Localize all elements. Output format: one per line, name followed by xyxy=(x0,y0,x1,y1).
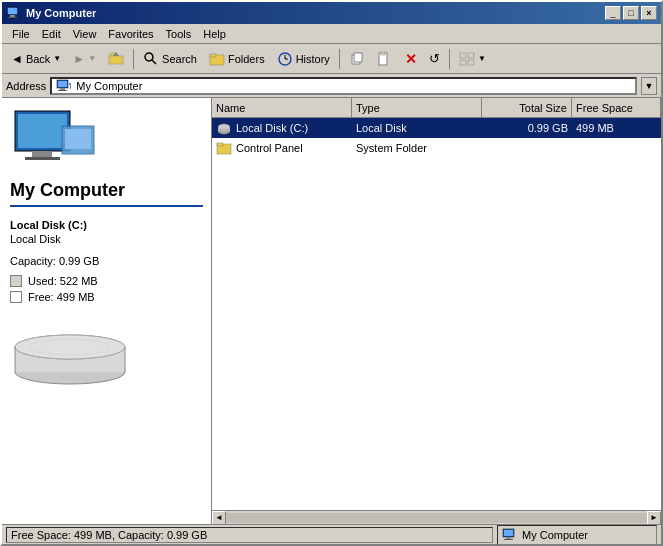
svg-rect-25 xyxy=(58,90,67,91)
undo-button[interactable]: ↺ xyxy=(424,47,445,71)
used-legend-box xyxy=(10,275,22,287)
search-icon xyxy=(143,51,159,67)
svg-rect-15 xyxy=(354,53,362,62)
file-list: Local Disk (C:) Local Disk 0.99 GB 499 M… xyxy=(212,118,661,510)
file-name-cell: Control Panel xyxy=(212,140,352,156)
menu-tools[interactable]: Tools xyxy=(160,26,198,42)
computer-large-icon xyxy=(10,106,100,176)
status-right: My Computer xyxy=(497,525,657,545)
left-panel: My Computer Local Disk (C:) Local Disk C… xyxy=(2,98,212,524)
free-legend-box xyxy=(10,291,22,303)
folders-icon xyxy=(209,51,225,67)
file-type: Local Disk xyxy=(356,122,407,134)
address-value: My Computer xyxy=(76,80,142,92)
delete-button[interactable]: ✕ xyxy=(400,47,422,71)
free-legend: Free: 499 MB xyxy=(10,291,203,303)
toolbar-sep-1 xyxy=(133,49,134,69)
disk-ellipse-icon xyxy=(10,327,130,387)
view-button[interactable]: ▼ xyxy=(454,47,491,71)
address-input-container: My Computer xyxy=(50,77,637,95)
file-free-cell: 499 MB xyxy=(572,122,661,134)
computer-icon-area xyxy=(10,106,203,176)
paste-icon xyxy=(377,51,393,67)
svg-rect-29 xyxy=(18,114,67,148)
control-panel-icon xyxy=(216,140,232,156)
maximize-button[interactable]: □ xyxy=(623,6,639,20)
file-name-cell: Local Disk (C:) xyxy=(212,120,352,136)
history-button[interactable]: History xyxy=(272,47,335,71)
svg-rect-17 xyxy=(381,52,385,55)
titlebar: My Computer _ □ × xyxy=(2,2,661,24)
table-row[interactable]: Local Disk (C:) Local Disk 0.99 GB 499 M… xyxy=(212,118,661,138)
statusbar: Free Space: 499 MB, Capacity: 0.99 GB My… xyxy=(2,524,661,544)
svg-rect-23 xyxy=(58,81,67,87)
titlebar-icon xyxy=(6,5,22,21)
status-right-text: My Computer xyxy=(522,529,588,541)
status-left: Free Space: 499 MB, Capacity: 0.99 GB xyxy=(6,527,493,543)
svg-rect-33 xyxy=(65,129,91,149)
col-header-name[interactable]: Name xyxy=(212,98,352,118)
back-label: Back xyxy=(26,53,50,65)
up-button[interactable] xyxy=(103,47,129,71)
horizontal-scrollbar[interactable]: ◄ ► xyxy=(212,510,661,524)
titlebar-left: My Computer xyxy=(6,5,96,21)
back-button[interactable]: ◄ Back ▼ xyxy=(6,47,66,71)
svg-rect-2 xyxy=(10,15,15,17)
col-header-free[interactable]: Free Space xyxy=(572,98,661,118)
view-icon xyxy=(459,51,475,67)
file-name: Local Disk (C:) xyxy=(236,122,308,134)
table-row[interactable]: Control Panel System Folder xyxy=(212,138,661,158)
menu-file[interactable]: File xyxy=(6,26,36,42)
svg-point-37 xyxy=(15,335,125,359)
svg-rect-47 xyxy=(504,530,513,536)
search-label: Search xyxy=(162,53,197,65)
svg-line-8 xyxy=(152,60,156,64)
right-panel: Name Type Total Size Free Space Local Di… xyxy=(212,98,661,524)
file-type-cell: System Folder xyxy=(352,142,482,154)
disk-visual xyxy=(10,327,203,389)
menu-edit[interactable]: Edit xyxy=(36,26,67,42)
address-computer-icon xyxy=(56,78,72,94)
scroll-right-button[interactable]: ► xyxy=(647,511,661,525)
col-header-type[interactable]: Type xyxy=(352,98,482,118)
disk-info: Local Disk (C:) xyxy=(10,219,203,231)
toolbar-sep-2 xyxy=(339,49,340,69)
copy-icon xyxy=(349,51,365,67)
disk-type: Local Disk xyxy=(10,233,203,245)
folders-button[interactable]: Folders xyxy=(204,47,270,71)
menu-help[interactable]: Help xyxy=(197,26,232,42)
svg-rect-30 xyxy=(32,151,52,157)
window-title: My Computer xyxy=(26,7,96,19)
file-type-cell: Local Disk xyxy=(352,122,482,134)
titlebar-buttons: _ □ × xyxy=(605,6,657,20)
scroll-left-button[interactable]: ◄ xyxy=(212,511,226,525)
svg-rect-5 xyxy=(109,56,123,64)
close-button[interactable]: × xyxy=(641,6,657,20)
addressbar: Address My Computer ▼ xyxy=(2,74,661,98)
search-button[interactable]: Search xyxy=(138,47,202,71)
forward-button[interactable]: ► ▼ xyxy=(68,47,101,71)
file-total-cell: 0.99 GB xyxy=(482,122,572,134)
address-dropdown[interactable]: ▼ xyxy=(641,77,657,95)
delete-icon: ✕ xyxy=(405,51,417,67)
file-name: Control Panel xyxy=(236,142,303,154)
col-header-total[interactable]: Total Size xyxy=(482,98,572,118)
minimize-button[interactable]: _ xyxy=(605,6,621,20)
forward-icon: ► xyxy=(73,52,85,66)
file-list-header: Name Type Total Size Free Space xyxy=(212,98,661,118)
copy-button[interactable] xyxy=(344,47,370,71)
paste-button[interactable] xyxy=(372,47,398,71)
status-computer-icon xyxy=(502,527,518,543)
svg-point-43 xyxy=(218,124,230,130)
menu-view[interactable]: View xyxy=(67,26,103,42)
svg-rect-18 xyxy=(460,53,466,58)
history-label: History xyxy=(296,53,330,65)
menu-favorites[interactable]: Favorites xyxy=(102,26,159,42)
used-legend-label: Used: 522 MB xyxy=(28,275,98,287)
used-legend: Used: 522 MB xyxy=(10,275,203,287)
svg-rect-48 xyxy=(506,537,511,539)
view-dropdown-icon: ▼ xyxy=(478,54,486,63)
back-dropdown-icon: ▼ xyxy=(53,54,61,63)
scroll-track[interactable] xyxy=(226,513,647,523)
folders-label: Folders xyxy=(228,53,265,65)
